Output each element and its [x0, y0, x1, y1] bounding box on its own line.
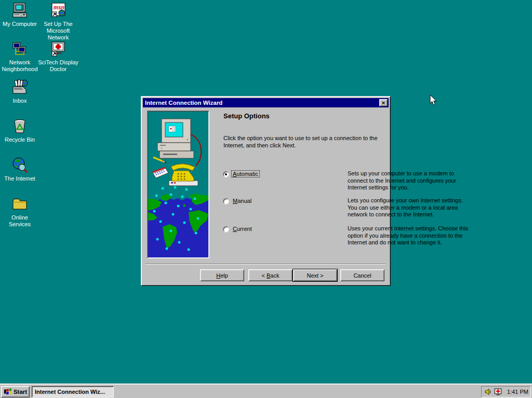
radio-automatic[interactable]: [223, 171, 229, 177]
radio-current[interactable]: [223, 226, 229, 232]
task-button-internet-connection-wizard[interactable]: Internet Connection Wiz...: [32, 386, 114, 397]
start-label: Start: [14, 389, 27, 395]
option-description: Lets you configure your own Internet set…: [348, 197, 469, 218]
page-title: Setup Options: [223, 112, 270, 120]
my-computer-icon: [11, 2, 28, 19]
back-button[interactable]: < Back: [248, 269, 292, 281]
online-services-icon: [11, 196, 28, 212]
desktop-icon-scitech[interactable]: SciTech Display Doctor: [33, 40, 83, 73]
help-button[interactable]: Help: [200, 269, 244, 281]
svg-text:msn: msn: [54, 5, 64, 10]
taskbar-clock: 1:41 PM: [504, 389, 528, 395]
computer-phone-globe-illustration: [148, 112, 208, 257]
desktop-icon-label: Set Up The Microsoft Network: [41, 21, 75, 41]
next-button[interactable]: Next >: [293, 269, 337, 281]
desktop-icon-recycle-bin[interactable]: Recycle Bin: [0, 118, 41, 143]
volume-icon[interactable]: [484, 388, 493, 396]
desktop: { "colors": { "desktop_teal": "#008080",…: [0, 0, 532, 398]
option-description: Uses your current Internet settings. Cho…: [348, 225, 469, 246]
close-icon: ×: [382, 100, 385, 106]
msn-setup-icon: msn: [50, 2, 66, 19]
mouse-cursor: [430, 94, 437, 106]
option-description: Sets up your computer to use a modem to …: [348, 170, 469, 191]
desktop-icon-inbox[interactable]: Inbox: [0, 79, 41, 104]
desktop-icon-label: Inbox: [13, 98, 27, 104]
radio-label-automatic[interactable]: Automatic: [231, 170, 260, 177]
desktop-icon-label: SciTech Display Doctor: [33, 59, 83, 73]
window-title: Internet Connection Wizard: [145, 100, 379, 106]
desktop-icon-label: The Internet: [4, 175, 35, 182]
desktop-icon-msn-setup[interactable]: msn Set Up The Microsoft Network: [37, 2, 79, 41]
radio-label-current[interactable]: Current: [231, 225, 254, 232]
the-internet-icon: [11, 157, 28, 173]
divider: [145, 264, 385, 265]
window-titlebar[interactable]: Internet Connection Wizard ×: [143, 98, 389, 107]
recycle-bin-icon: [11, 118, 28, 134]
cancel-button[interactable]: Cancel: [340, 269, 384, 281]
windows-logo-icon: [4, 388, 12, 395]
close-button[interactable]: ×: [379, 99, 388, 106]
taskbar: Start Internet Connection Wiz... 1:41 PM: [0, 383, 532, 398]
network-neighborhood-icon: [11, 40, 28, 57]
scitech-tray-icon[interactable]: [494, 388, 502, 396]
desktop-icon-my-computer[interactable]: My Computer: [0, 2, 41, 28]
desktop-icon-label: Recycle Bin: [5, 136, 35, 143]
scitech-display-doctor-icon: [50, 40, 66, 57]
radio-label-manual[interactable]: Manual: [231, 197, 253, 204]
desktop-icon-online-services[interactable]: Online Services: [3, 196, 36, 228]
task-button-label: Internet Connection Wiz...: [35, 389, 105, 395]
radio-manual[interactable]: [223, 198, 229, 204]
desktop-icon-label: My Computer: [3, 21, 37, 28]
wizard-intro-text: Click the option you want to use to set …: [223, 135, 382, 149]
desktop-icon-label: Online Services: [3, 214, 36, 228]
system-tray: 1:41 PM: [481, 386, 531, 397]
internet-connection-wizard-window: Internet Connection Wizard ×: [141, 96, 391, 286]
start-button[interactable]: Start: [1, 386, 30, 397]
wizard-illustration-panel: [147, 111, 209, 258]
inbox-icon: [11, 79, 28, 95]
desktop-icon-the-internet[interactable]: The Internet: [0, 157, 41, 182]
